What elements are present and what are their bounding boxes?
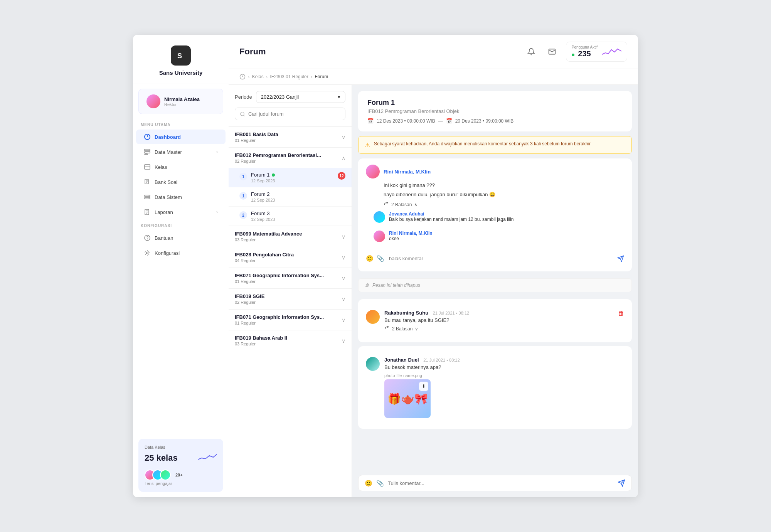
sidebar-user-card[interactable]: Nirmala Azalea Rektor — [138, 89, 223, 114]
forum-sub-title: Forum 3 — [251, 210, 345, 216]
forum-group-title: IFB019 SGIE — [235, 293, 264, 299]
forum-sub-item-forum2[interactable]: 1 Forum 2 12 Sep 2023 — [229, 187, 352, 207]
forum-group-sub: 02 Reguler — [235, 159, 321, 163]
search-input[interactable] — [248, 111, 340, 117]
teachers-row: 20+ — [145, 470, 217, 480]
sidebar-item-kelas[interactable]: Kelas — [136, 160, 226, 174]
forum-num-badge: 2 — [239, 211, 247, 219]
data-sistem-label: Data Sistem — [155, 194, 218, 200]
teacher-avatars — [145, 470, 168, 480]
comment-input[interactable] — [388, 480, 614, 486]
replies-toggle-rakabuming[interactable]: 2 Balasan ∨ — [384, 326, 613, 332]
data-sistem-icon — [144, 194, 151, 200]
forum-group-ifb019: IFB019 SGIE 02 Reguler ∨ — [229, 289, 352, 310]
forum-group-sub: 04 Reguler — [235, 258, 294, 263]
sidebar-item-laporan[interactable]: Laporan › — [136, 205, 226, 219]
forum-group-ifb012: IFB012 Pemrograman Berorientasi... 02 Re… — [229, 148, 352, 226]
reply-author: Rini Nirmala, M.Klin — [389, 231, 433, 236]
forum-group-header-ifb012[interactable]: IFB012 Pemrograman Berorientasi... 02 Re… — [229, 148, 352, 168]
user-info: Nirmala Azalea Rektor — [164, 96, 200, 107]
reply-item-rini: Rini Nirmala, M.Klin okee — [366, 227, 624, 246]
periode-label: Periode — [235, 94, 252, 100]
forum-sub-item-forum3[interactable]: 2 Forum 3 12 Sep 2023 — [229, 207, 352, 226]
forum-active-dot — [272, 173, 275, 177]
svg-point-14 — [149, 195, 150, 196]
message-button[interactable] — [545, 45, 559, 59]
forum-group-ifb071b: IFB071 Geographic Information Sys... 01 … — [229, 310, 352, 330]
konfigurasi-label: Konfigurasi — [155, 250, 218, 256]
reply-text: okee — [389, 236, 433, 241]
warning-text: Sebagai syarat kehadiran, Anda diwajibka… — [374, 141, 591, 146]
periode-select[interactable]: 2022/2023 Ganjil ▾ — [256, 91, 345, 103]
bank-soal-icon — [144, 178, 151, 185]
forum-group-title: IFB071 Geographic Information Sys... — [235, 314, 324, 320]
data-kelas-card: Data Kelas 25 kelas 20+ — [138, 439, 223, 492]
sidebar-item-bantuan[interactable]: ? Bantuan — [136, 231, 226, 245]
laporan-icon — [144, 209, 151, 215]
comment-standalone-rakabuming: Rakabuming Suhu 21 Jul 2021 • 08:12 Bu m… — [366, 305, 624, 337]
logo-icon: S — [171, 45, 191, 66]
comment-text: Ini kok gini gimana ??? hayo dibenerin d… — [366, 182, 624, 198]
send-button-main[interactable] — [618, 479, 625, 487]
forum-group-header-ifb071a[interactable]: IFB071 Geographic Information Sys... 01 … — [229, 268, 352, 288]
emoji-button[interactable]: 🙂 — [366, 255, 374, 262]
attach-button-main[interactable]: 📎 — [376, 480, 384, 487]
forum-num-badge: 1 — [239, 192, 247, 200]
forum-detail-card: Forum 1 IFB012 Pemrograman Berorientasi … — [358, 91, 632, 131]
sidebar-item-bank-soal[interactable]: Bank Soal — [136, 175, 226, 189]
breadcrumb-sep: › — [266, 74, 268, 80]
svg-line-26 — [244, 115, 245, 116]
comment-avatar — [366, 165, 380, 178]
photo-emoji: 🎁🫖🎀 — [387, 392, 428, 405]
forum-group-header-ifb071b[interactable]: IFB071 Geographic Information Sys... 01 … — [229, 310, 352, 330]
forum-group-title: IFB012 Pemrograman Berorientasi... — [235, 152, 321, 158]
reply-send-button[interactable] — [617, 255, 624, 262]
teacher-avatar — [160, 470, 171, 480]
breadcrumb-class-code[interactable]: IF2303 01 Reguler — [270, 74, 308, 79]
forum-sub-item-forum1[interactable]: 1 Forum 1 12 Sep 2023 12 — [229, 168, 352, 187]
main-nav: Dashboard Data Master › Kelas Bank Soal — [133, 129, 229, 220]
replies-toggle[interactable]: 2 Balasan ∧ — [366, 202, 624, 207]
sidebar-item-data-master[interactable]: Data Master › — [136, 145, 226, 159]
comment-card-rakabuming: Rakabuming Suhu 21 Jul 2021 • 08:12 Bu m… — [358, 299, 632, 342]
menu-main-label: MENU UTAMA — [133, 119, 229, 129]
comment-avatar — [366, 310, 380, 324]
sidebar-item-dashboard[interactable]: Dashboard — [136, 130, 226, 144]
comment-author-name: Rini Nirmala, M.Klin — [384, 169, 431, 175]
forum-group-header-ifb028[interactable]: IFB028 Pengolahan Citra 04 Reguler ∨ — [229, 247, 352, 268]
comment-avatar — [366, 357, 380, 371]
config-nav: ? Bantuan Konfigurasi — [133, 230, 229, 261]
periode-value: 2022/2023 Ganjil — [261, 94, 299, 100]
deleted-message-text: Pesan ini telah dihapus — [372, 283, 420, 288]
chevron-down-icon: ∨ — [342, 134, 345, 140]
comment-time: 21 Jul 2021 • 08:12 — [423, 358, 460, 362]
notification-button[interactable] — [524, 45, 538, 59]
attach-button[interactable]: 📎 — [377, 255, 384, 262]
forum-group-header-ifb099[interactable]: IFB099 Matematika Advance 03 Reguler ∨ — [229, 226, 352, 247]
periode-row: Periode 2022/2023 Ganjil ▾ — [235, 91, 345, 103]
chevron-down-icon: › — [216, 149, 218, 155]
data-master-icon — [144, 148, 151, 155]
photo-download-button[interactable]: ⬇ — [419, 382, 428, 391]
forum-detail-course: IFB012 Pemrograman Berorientasi Objek — [367, 108, 623, 114]
forum-sub-info: Forum 2 12 Sep 2023 — [251, 191, 345, 202]
sidebar-item-data-sistem[interactable]: Data Sistem — [136, 190, 226, 204]
page-title: Forum — [239, 47, 266, 57]
breadcrumb-kelas[interactable]: Kelas — [252, 74, 264, 79]
sidebar-item-konfigurasi[interactable]: Konfigurasi — [136, 246, 226, 260]
bank-soal-label: Bank Soal — [155, 179, 218, 185]
comment-time: 21 Jul 2021 • 08:12 — [433, 311, 469, 315]
reply-body: Rini Nirmala, M.Klin okee — [389, 231, 433, 241]
reply-avatar — [374, 211, 385, 223]
forum-group-header-ifb019[interactable]: IFB019 SGIE 02 Reguler ∨ — [229, 289, 352, 309]
forum-group-header-ifb001[interactable]: IFB001 Basis Data 01 Reguler ∨ — [229, 127, 352, 147]
emoji-button-main[interactable]: 🙂 — [365, 480, 372, 487]
reply-input[interactable] — [387, 254, 614, 263]
forum-group-header-ifb019b[interactable]: IFB019 Bahasa Arab II 03 Reguler ∨ — [229, 330, 352, 351]
data-master-label: Data Master — [155, 149, 212, 155]
delete-button[interactable]: 🗑 — [618, 310, 624, 317]
reply-item-jovanca: Jovanca Aduhai Baik bu sya kerjakan nant… — [366, 207, 624, 227]
forum-group-title: IFB028 Pengolahan Citra — [235, 252, 294, 258]
logo-letter-icon: S — [175, 50, 186, 61]
teachers-more: 20+ — [175, 473, 183, 477]
